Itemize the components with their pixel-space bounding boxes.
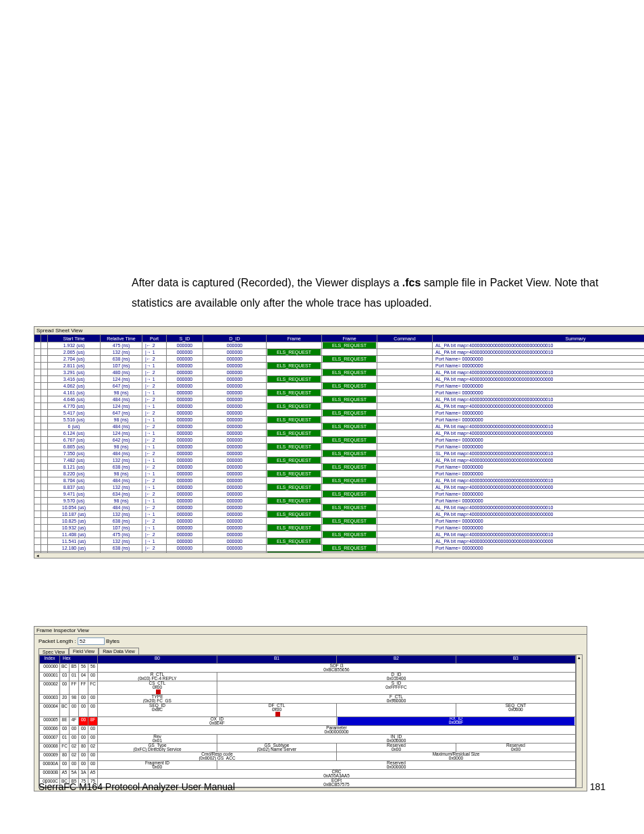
table-row[interactable]: 4.161 (us)98 (ns)|→ 1000000000000ELS_REQ… (34, 390, 645, 396)
frame-inspector-vscroll[interactable]: ▴ (576, 655, 582, 787)
table-row[interactable]: 8.837 (us)132 (ns)|→ 1000000000000ELS_RE… (34, 484, 645, 491)
table-row[interactable]: 9.570 (us)98 (ns)|→ 1000000000000ELS_REQ… (34, 498, 645, 504)
scroll-track[interactable] (41, 553, 644, 558)
spreadsheet-hscroll[interactable]: ◂ ▸ (34, 552, 644, 558)
table-row[interactable]: 4.770 (us)124 (ns)|→ 1000000000000ELS_RE… (34, 403, 645, 410)
table-row[interactable]: 11.408 (us)475 (ns)|← 2000000000000ELS_R… (34, 531, 645, 538)
spreadsheet-view: Spread Sheet View Start Time Relative Ti… (34, 326, 644, 558)
table-row[interactable]: 000008FC028002GS_Type(0xFC) Directory Se… (40, 744, 576, 752)
col-b1[interactable]: B1 (217, 656, 337, 664)
table-row[interactable]: 2.811 (us)107 (ns)|→ 1000000000000ELS_RE… (34, 363, 645, 369)
table-row[interactable]: 000000BCB55656SOF i30xBCB55656 (40, 664, 576, 673)
tab-field-view[interactable]: Field View (69, 648, 99, 654)
table-row[interactable]: 2.704 (us)638 (ns)|← 2000000000000ELS_RE… (34, 356, 645, 363)
table-row[interactable]: 00000200FFFFFCCS_CTL0x00S_ID0xFFFFFC (40, 681, 576, 695)
frame-inspector-tabs: Spec View Field View Raw Data View (38, 648, 583, 654)
col-hex[interactable]: Hex (60, 656, 98, 664)
col-did[interactable]: D_ID (203, 335, 267, 342)
table-row[interactable]: 7.350 (us)484 (ns)|← 2000000000000ELS_RE… (34, 450, 645, 457)
frame-inspector-table[interactable]: Index Hex B0 B1 B2 B3 000000BCB55656SOF … (39, 655, 576, 787)
table-row[interactable]: 9.471 (us)634 (ns)|← 2000000000000ELS_RE… (34, 491, 645, 498)
table-row[interactable]: 10.825 (us)638 (ns)|← 2000000000000ELS_R… (34, 518, 645, 525)
warning-icon (275, 712, 280, 716)
table-row[interactable]: 8.220 (us)98 (ns)|→ 1000000000000ELS_REQ… (34, 471, 645, 477)
table-row[interactable]: 00000A00000000Fragment ID0x00Reserved0x0… (40, 761, 576, 770)
table-row[interactable]: 00000BA55A3AA5CRC0xA55A3AA5 (40, 770, 576, 779)
col-frame-a[interactable]: Frame (267, 335, 322, 342)
table-row[interactable]: 00000980020000Cmd/Resp code(0x8002) GS_A… (40, 752, 576, 761)
col-b3[interactable]: B3 (456, 656, 576, 664)
table-row[interactable]: 6 (us)484 (ns)|← 2000000000000ELS_REQUES… (34, 423, 645, 430)
table-row[interactable]: 0000058E4F008FOX_ID0x8E4FRX_ID0x008F (40, 717, 576, 726)
frame-inspector-title: Frame Inspector View (34, 626, 587, 634)
table-row[interactable]: 7.482 (us)132 (ns)|→ 1000000000000ELS_RE… (34, 457, 645, 464)
scroll-left-icon[interactable]: ◂ (34, 553, 41, 558)
body-text-bold: .fcs (402, 277, 421, 288)
table-row[interactable]: 00000701000000Rev0x01IN_ID0x000000 (40, 735, 576, 744)
table-row[interactable]: 00000320980000TYPE(0x20) FC_GSF_CTL0x980… (40, 695, 576, 704)
packet-length-input[interactable] (78, 637, 105, 645)
table-row[interactable]: 10.932 (us)107 (ns)|→ 1000000000000ELS_R… (34, 525, 645, 531)
table-row[interactable]: 4.646 (us)484 (ns)|← 2000000000000ELS_RE… (34, 396, 645, 403)
table-row[interactable]: 5.417 (us)647 (ns)|← 2000000000000ELS_RE… (34, 410, 645, 417)
table-row[interactable]: 6.124 (us)124 (ns)|→ 1000000000000ELS_RE… (34, 430, 645, 437)
body-paragraph: After data is captured (Recorded), the V… (132, 273, 604, 313)
col-index[interactable]: Index (40, 656, 60, 664)
table-row[interactable]: 10.054 (us)484 (ns)|← 2000000000000ELS_R… (34, 504, 645, 511)
packet-length-unit: Bytes (106, 638, 119, 644)
col-gutter-a[interactable] (34, 335, 41, 342)
table-row[interactable]: 000004BC000000SEQ_ID0xBCDF_CTL0x00SEQ_CN… (40, 704, 576, 717)
packet-length-row: Packet Length : Bytes (38, 637, 583, 645)
col-relative-time[interactable]: Relative Time (101, 335, 142, 342)
table-row[interactable]: 10.187 (us)132 (ns)|→ 1000000000000ELS_R… (34, 511, 645, 518)
table-row[interactable]: 2.065 (us)132 (ns)|→ 1000000000000ELS_RE… (34, 349, 645, 356)
scroll-up-icon[interactable]: ▴ (576, 655, 582, 661)
col-start-time[interactable]: Start Time (48, 335, 101, 342)
table-row[interactable]: 6.767 (us)642 (ns)|← 2000000000000ELS_RE… (34, 437, 645, 444)
spreadsheet-title: Spread Sheet View (34, 326, 644, 334)
col-sid[interactable]: S_ID (167, 335, 203, 342)
footer-manual-title: SierraFC M164 Protocol Analyzer User Man… (38, 781, 235, 792)
spreadsheet-table[interactable]: Start Time Relative Time Port S_ID D_ID … (34, 334, 644, 558)
packet-length-label: Packet Length : (38, 638, 76, 644)
table-row[interactable]: 00000103010400R_CTL(0x03) FC-4 REPLYD_ID… (40, 673, 576, 681)
col-summary[interactable]: Summary (433, 335, 645, 342)
frame-inspector-header-row: Index Hex B0 B1 B2 B3 (40, 656, 576, 664)
spreadsheet-header-row: Start Time Relative Time Port S_ID D_ID … (34, 335, 645, 342)
footer-page-number: 181 (590, 781, 606, 792)
col-port[interactable]: Port (142, 335, 167, 342)
col-b2[interactable]: B2 (337, 656, 456, 664)
col-frame-b[interactable]: Frame (322, 335, 377, 342)
frame-inspector-view: Frame Inspector View Packet Length : Byt… (34, 626, 587, 791)
page-footer: SierraFC M164 Protocol Analyzer User Man… (38, 781, 606, 792)
col-b0[interactable]: B0 (98, 656, 217, 664)
col-gutter-b[interactable] (41, 335, 48, 342)
col-command[interactable]: Command (377, 335, 433, 342)
table-row[interactable]: 3.291 (us)480 (ns)|← 2000000000000ELS_RE… (34, 369, 645, 376)
table-row[interactable]: 4.062 (us)647 (ns)|← 2000000000000ELS_RE… (34, 383, 645, 390)
table-row[interactable]: 5.516 (us)98 (ns)|→ 1000000000000ELS_REQ… (34, 417, 645, 423)
table-row[interactable]: 8.704 (us)484 (ns)|← 2000000000000ELS_RE… (34, 477, 645, 484)
table-row[interactable]: 3.416 (us)124 (ns)|→ 1000000000000ELS_RE… (34, 376, 645, 383)
tab-raw-data-view[interactable]: Raw Data View (99, 648, 139, 654)
warning-icon (156, 689, 161, 694)
table-row[interactable]: 1.932 (us)475 (ns)|← 2000000000000ELS_RE… (34, 342, 645, 349)
table-row[interactable]: 11.541 (us)132 (ns)|→ 1000000000000ELS_R… (34, 538, 645, 545)
body-text-1: After data is captured (Recorded), the V… (132, 277, 402, 288)
table-row[interactable]: 00000600000000Parameter0x00000000 (40, 726, 576, 735)
table-row[interactable]: 6.865 (us)98 (ns)|→ 1000000000000ELS_REQ… (34, 444, 645, 450)
table-row[interactable]: 8.121 (us)638 (ns)|← 2000000000000ELS_RE… (34, 464, 645, 471)
table-row[interactable]: 12.180 (us)638 (ns)|← 2000000000000ELS_R… (34, 545, 645, 552)
